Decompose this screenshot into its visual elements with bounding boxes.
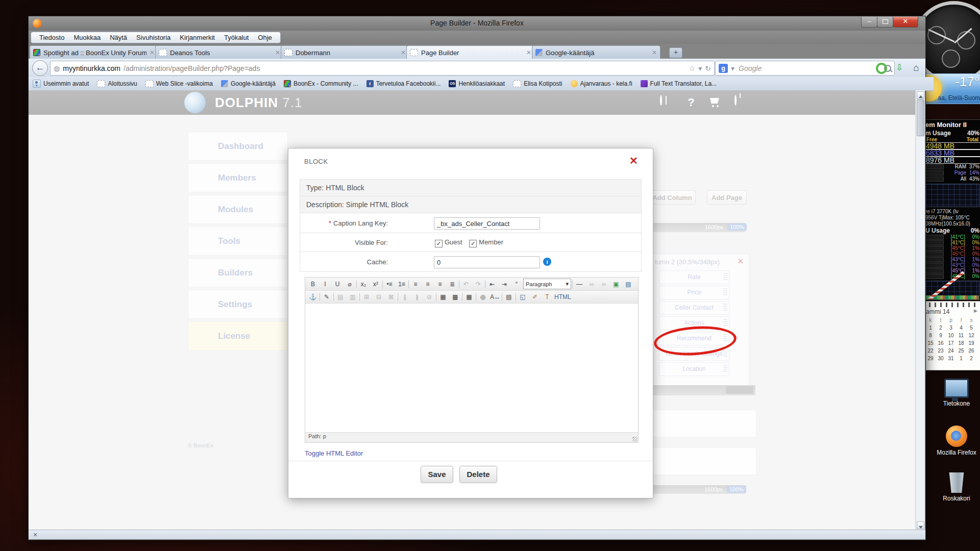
- calendar-cell[interactable]: 22: [925, 347, 936, 355]
- media-button[interactable]: ▤: [623, 279, 634, 289]
- vertical-scrollbar[interactable]: [915, 90, 925, 530]
- remove-format-button[interactable]: ⌀: [344, 279, 355, 289]
- editor-text-area[interactable]: [305, 304, 638, 432]
- info-icon[interactable]: i: [543, 258, 551, 266]
- align-left-button[interactable]: ≡: [410, 279, 421, 289]
- bookmark-item[interactable]: Useimmin avatut: [33, 80, 89, 88]
- table-row-props-button[interactable]: ▤: [335, 292, 346, 302]
- calendar-cell[interactable]: 2: [936, 324, 946, 332]
- menu-item[interactable]: Sivuhistoria: [132, 33, 175, 42]
- print-button[interactable]: ▤: [503, 292, 514, 302]
- bookmark-item[interactable]: BoonEx - Community ...: [284, 80, 358, 87]
- cleanup-button[interactable]: ✐: [529, 292, 541, 302]
- scroll-up-icon[interactable]: [917, 91, 924, 99]
- insert-col-right-button[interactable]: ∦: [411, 292, 423, 302]
- paste-text-button[interactable]: T: [542, 292, 553, 302]
- hr-button[interactable]: —: [574, 279, 585, 289]
- addon-circle-icon[interactable]: [876, 63, 887, 74]
- bookmark-item[interactable]: Google-kääntäjä: [221, 80, 276, 87]
- calendar-cell[interactable]: 1: [956, 355, 966, 362]
- desktop-icon-recyclebin[interactable]: Roskakori: [933, 472, 980, 502]
- search-bar[interactable]: g ▾: [715, 61, 895, 76]
- toggle-html-editor-link[interactable]: Toggle HTML Editor: [305, 449, 363, 457]
- insert-row-below-button[interactable]: ⊟: [373, 292, 384, 302]
- scroll-down-icon[interactable]: [917, 521, 924, 529]
- merge-cells-button[interactable]: ▩: [450, 292, 461, 302]
- indent-button[interactable]: ⇥: [499, 279, 510, 289]
- calendar-cell[interactable]: 8: [925, 332, 936, 339]
- reload-icon[interactable]: ↻: [705, 64, 711, 72]
- menu-item[interactable]: Muokkaa: [69, 33, 105, 42]
- tab-close-icon[interactable]: ✕: [401, 49, 406, 56]
- calendar-cell[interactable]: 4: [956, 324, 966, 332]
- new-tab-button[interactable]: +: [669, 47, 682, 58]
- bookmark-item[interactable]: f Tervetuloa Facebookii...: [366, 80, 441, 87]
- align-center-button[interactable]: ≡: [422, 279, 433, 289]
- calendar-cell[interactable]: 24: [946, 347, 956, 355]
- italic-button[interactable]: I: [320, 279, 331, 289]
- calendar-cell[interactable]: 10: [946, 332, 956, 339]
- bookmark-item[interactable]: Elisa Kotiposti: [513, 80, 562, 87]
- calendar-cell[interactable]: 26: [966, 347, 976, 355]
- browser-tab[interactable]: Google-kääntäjä ✕: [532, 45, 660, 59]
- calendar-cell[interactable]: 12: [966, 332, 976, 339]
- bookmark-item[interactable]: Aloitussivu: [97, 80, 137, 87]
- minimize-button[interactable]: –: [861, 17, 877, 28]
- home-button[interactable]: ⌂: [910, 62, 923, 74]
- search-engine-dropdown-icon[interactable]: ▾: [731, 64, 734, 72]
- browser-tab[interactable]: Dobermann ✕: [281, 45, 409, 59]
- image-button[interactable]: ▣: [610, 279, 622, 289]
- member-checkbox[interactable]: ✓: [469, 240, 477, 247]
- find-replace-button[interactable]: A↔: [489, 292, 501, 302]
- anchor-button[interactable]: ⚓: [307, 292, 318, 302]
- delete-col-button[interactable]: ⊘: [424, 292, 435, 302]
- calendar-cell[interactable]: 29: [925, 355, 936, 362]
- maximize-button[interactable]: [877, 17, 893, 28]
- insert-table-button[interactable]: ▦: [437, 292, 449, 302]
- format-select[interactable]: Paragraph ▾: [523, 279, 571, 289]
- desktop-icon-computer[interactable]: Tietokone: [933, 379, 980, 407]
- browser-tab[interactable]: Page Builder ✕: [406, 45, 535, 59]
- align-right-button[interactable]: ≡: [434, 279, 446, 289]
- bookmark-item[interactable]: OS Henkilöasiakkaat: [449, 80, 505, 87]
- modal-close-icon[interactable]: ✕: [629, 155, 638, 167]
- blockquote-button[interactable]: “: [511, 279, 522, 289]
- window-titlebar[interactable]: Page Builder - Mozilla Firefox – ✕: [29, 16, 925, 31]
- calendar-cell[interactable]: 25: [956, 347, 966, 355]
- html-button[interactable]: HTML: [554, 292, 572, 302]
- calendar-cell[interactable]: 3: [946, 324, 956, 332]
- resize-grip-icon[interactable]: [632, 437, 638, 442]
- calendar-cell[interactable]: 15: [925, 339, 936, 347]
- downloads-button[interactable]: ⇩: [893, 62, 906, 74]
- insert-row-above-button[interactable]: ⊞: [361, 292, 372, 302]
- search-input[interactable]: [738, 64, 881, 73]
- menu-item[interactable]: Ohje: [254, 33, 276, 42]
- bold-button[interactable]: B: [307, 279, 318, 289]
- browser-tab[interactable]: Deanos Tools ✕: [155, 45, 284, 59]
- find-button[interactable]: ◎: [477, 292, 488, 302]
- cache-input[interactable]: [434, 256, 540, 268]
- calendar-cell[interactable]: 19: [966, 339, 976, 347]
- calendar-cell[interactable]: 31: [946, 355, 956, 362]
- align-justify-button[interactable]: ≣: [447, 279, 458, 289]
- subscript-button[interactable]: x₂: [358, 279, 369, 289]
- caption-lang-key-input[interactable]: [434, 217, 540, 230]
- calendar-cell[interactable]: 5: [966, 324, 976, 332]
- url-bar[interactable]: ◍ myyntinurkka.com /administration/pageB…: [50, 61, 715, 76]
- calendar-cell[interactable]: 9: [936, 332, 946, 339]
- urlbar-dropdown-icon[interactable]: ▾: [698, 64, 702, 72]
- findbar-close-icon[interactable]: ✕: [32, 531, 39, 538]
- calendar-cell[interactable]: 1: [925, 324, 936, 332]
- numbered-list-button[interactable]: 1≡: [396, 279, 407, 289]
- tab-close-icon[interactable]: ✕: [652, 49, 657, 56]
- guest-checkbox[interactable]: ✓: [435, 240, 443, 247]
- calendar-cell[interactable]: 30: [936, 355, 946, 362]
- redo-button[interactable]: ↷: [473, 279, 484, 289]
- link-button[interactable]: ∞: [586, 279, 597, 289]
- bookmark-item[interactable]: Web Slice -valikoima: [145, 80, 213, 87]
- table-cell-props-button[interactable]: ▥: [347, 292, 358, 302]
- undo-button[interactable]: ↶: [460, 279, 472, 289]
- bullet-list-button[interactable]: •≡: [384, 279, 395, 289]
- menu-item[interactable]: Työkalut: [220, 33, 253, 42]
- tab-close-icon[interactable]: ✕: [275, 49, 280, 56]
